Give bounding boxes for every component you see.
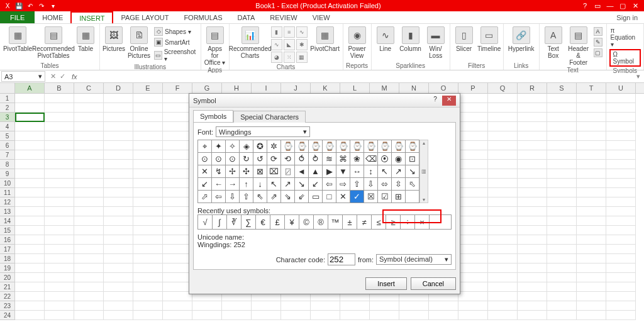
symbol-cell[interactable]: ⌧: [267, 165, 281, 178]
cell[interactable]: [163, 254, 192, 264]
recent-symbol[interactable]: ∛: [227, 215, 242, 229]
recent-symbol[interactable]: ™: [328, 215, 343, 229]
radar-chart-icon[interactable]: ✱: [296, 39, 308, 50]
cell[interactable]: [458, 264, 488, 273]
cell[interactable]: [488, 113, 518, 122]
cell[interactable]: [488, 141, 518, 150]
cell[interactable]: [45, 207, 74, 216]
cell[interactable]: [104, 103, 133, 113]
cell[interactable]: [45, 292, 74, 301]
row-header[interactable]: 1: [0, 94, 15, 103]
cell[interactable]: [45, 311, 74, 320]
symbol-cell[interactable]: ⇙: [295, 191, 309, 203]
symbol-cell[interactable]: →: [226, 178, 240, 191]
cell[interactable]: [488, 245, 518, 254]
cell[interactable]: [45, 216, 74, 226]
symbol-cell[interactable]: ↯: [212, 165, 226, 178]
cell[interactable]: [458, 113, 488, 122]
cell[interactable]: [133, 226, 163, 235]
formula-input[interactable]: [80, 73, 633, 80]
chevron-down-icon[interactable]: ▾: [38, 72, 42, 80]
cell[interactable]: [458, 273, 488, 282]
cell[interactable]: [606, 264, 636, 273]
cell[interactable]: [547, 141, 577, 150]
cell[interactable]: [45, 150, 74, 160]
cell[interactable]: [311, 301, 340, 311]
row-header[interactable]: 13: [0, 207, 15, 216]
cell[interactable]: [163, 103, 192, 113]
symbol-cell[interactable]: ↔: [350, 165, 364, 178]
cell[interactable]: [458, 301, 488, 311]
symbol-cell[interactable]: ⬁: [406, 178, 419, 191]
cell[interactable]: [606, 207, 636, 216]
equation-button[interactable]: π Equation ▾: [609, 26, 641, 48]
column-header[interactable]: L: [340, 83, 370, 93]
cell[interactable]: [547, 122, 577, 131]
cell[interactable]: [577, 103, 606, 113]
recent-symbol[interactable]: ÷: [401, 215, 415, 229]
symbol-cell[interactable]: ⌚: [406, 140, 419, 153]
cell[interactable]: [606, 141, 636, 150]
maximize-icon[interactable]: ▢: [616, 2, 629, 10]
recent-symbol[interactable]: √: [198, 215, 213, 229]
column-header[interactable]: S: [547, 83, 577, 93]
cell[interactable]: [311, 311, 340, 320]
cell[interactable]: [45, 169, 74, 179]
symbol-cell[interactable]: ▲: [309, 165, 323, 178]
cell[interactable]: [74, 282, 104, 292]
cell[interactable]: [547, 150, 577, 160]
cell[interactable]: [74, 188, 104, 197]
cell[interactable]: [163, 150, 192, 160]
cell[interactable]: [488, 235, 518, 245]
cell[interactable]: [163, 169, 192, 179]
cell[interactable]: [74, 216, 104, 226]
row-header[interactable]: 21: [0, 282, 15, 292]
cell[interactable]: [163, 131, 192, 141]
row-header[interactable]: 7: [0, 150, 15, 160]
cell[interactable]: [133, 169, 163, 179]
cell[interactable]: [163, 216, 192, 226]
cell[interactable]: [458, 197, 488, 207]
cell[interactable]: [163, 113, 192, 122]
cell[interactable]: [488, 103, 518, 113]
cell[interactable]: [606, 273, 636, 282]
tab-home[interactable]: HOME: [35, 11, 70, 23]
symbol-cell[interactable]: ⊙: [226, 153, 240, 165]
cell[interactable]: [281, 301, 311, 311]
symbol-cell[interactable]: ▼: [336, 165, 350, 178]
cell[interactable]: [606, 103, 636, 113]
signature-button[interactable]: ✎: [592, 37, 604, 47]
cell[interactable]: [577, 179, 606, 188]
online-pictures-button[interactable]: 🖻Online Pictures: [128, 25, 150, 59]
cell[interactable]: [518, 150, 547, 160]
symbol-cell[interactable]: ↖: [267, 178, 281, 191]
cell[interactable]: [163, 197, 192, 207]
cell[interactable]: [163, 264, 192, 273]
column-header[interactable]: M: [370, 83, 399, 93]
cell[interactable]: [15, 264, 45, 273]
cell[interactable]: [163, 245, 192, 254]
cell[interactable]: [74, 301, 104, 311]
textbox-button[interactable]: AText Box: [542, 25, 565, 59]
cell[interactable]: [15, 122, 45, 131]
cell[interactable]: [104, 273, 133, 282]
cell[interactable]: [45, 188, 74, 197]
cell[interactable]: [458, 131, 488, 141]
symbol-cell[interactable]: ✲: [267, 140, 281, 153]
recent-symbol[interactable]: ≠: [357, 215, 372, 229]
cell[interactable]: [104, 245, 133, 254]
symbol-cell[interactable]: ◈: [240, 140, 253, 153]
cancel-button[interactable]: Cancel: [411, 277, 456, 290]
redo-icon[interactable]: ↷: [36, 1, 47, 10]
cell[interactable]: [488, 188, 518, 197]
cell[interactable]: [547, 94, 577, 103]
row-header[interactable]: 17: [0, 245, 15, 254]
symbol-cell[interactable]: ☑: [378, 191, 392, 203]
cell[interactable]: [606, 226, 636, 235]
symbol-cell[interactable]: ▶: [323, 165, 336, 178]
tab-file[interactable]: FILE: [0, 11, 35, 23]
symbol-cell[interactable]: ⌚: [392, 140, 406, 153]
symbol-cell[interactable]: ≋: [323, 153, 336, 165]
cell[interactable]: [45, 103, 74, 113]
cell[interactable]: [488, 226, 518, 235]
